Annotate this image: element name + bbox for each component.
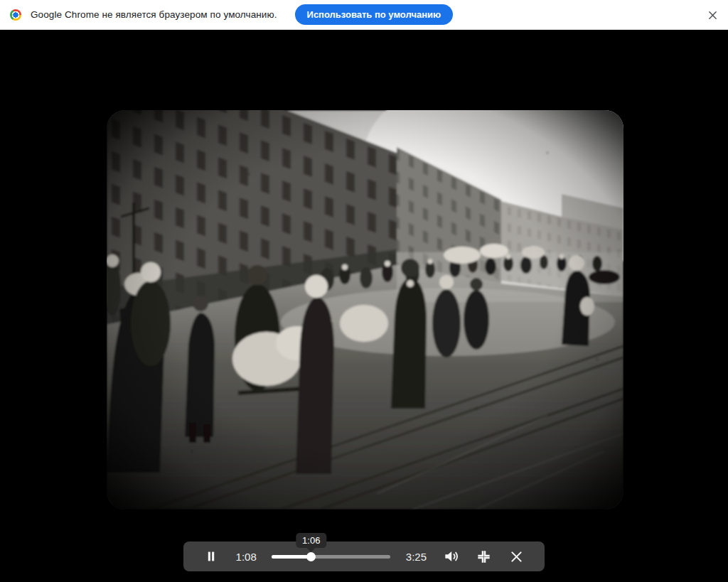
close-icon [509, 549, 524, 564]
current-time: 1:08 [235, 551, 257, 563]
volume-icon [442, 547, 461, 566]
player-close-button[interactable] [508, 546, 526, 567]
seek-fill [272, 555, 311, 559]
pause-button[interactable] [202, 546, 220, 567]
film-still-image [107, 110, 623, 510]
seek-bar-wrap: 1:06 [272, 541, 390, 571]
banner-message: Google Chrome не является браузером по у… [31, 9, 277, 20]
chrome-logo-icon [10, 9, 21, 21]
default-browser-banner: Google Chrome не является браузером по у… [0, 0, 728, 30]
seek-thumb[interactable] [306, 552, 316, 561]
player-controls: 1:08 1:06 3:25 [183, 541, 545, 571]
video-frame[interactable] [107, 110, 623, 510]
shrink-button[interactable] [475, 546, 493, 567]
volume-button[interactable] [442, 546, 461, 567]
close-icon [708, 11, 717, 20]
use-default-button[interactable]: Использовать по умолчанию [295, 4, 454, 25]
banner-close-button[interactable] [706, 9, 719, 21]
pause-icon [203, 549, 219, 564]
duration: 3:25 [405, 551, 427, 563]
seek-tooltip: 1:06 [296, 533, 326, 548]
seek-bar[interactable] [272, 555, 390, 559]
video-stage: 1:08 1:06 3:25 [0, 30, 728, 582]
collapse-corners-icon [476, 549, 492, 565]
